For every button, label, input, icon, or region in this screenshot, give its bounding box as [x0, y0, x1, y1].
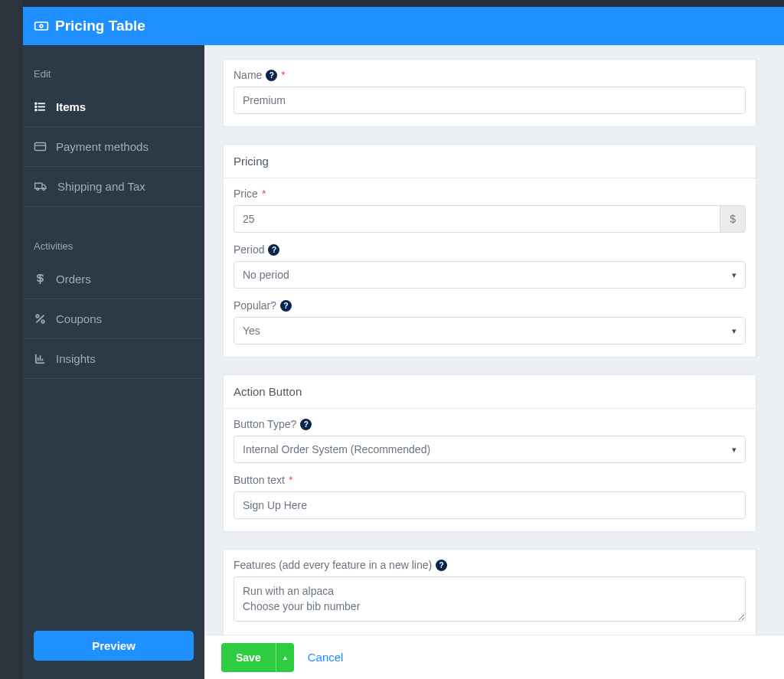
sidebar-item-insights[interactable]: Insights	[23, 339, 204, 379]
sidebar-section-edit: Edit	[23, 62, 204, 87]
period-label: Period ?	[234, 243, 746, 256]
button-type-label: Button Type? ?	[234, 418, 746, 430]
pricing-header: Pricing	[224, 145, 756, 178]
help-icon[interactable]: ?	[436, 560, 447, 571]
svg-rect-8	[34, 143, 45, 151]
sidebar-item-label: Orders	[56, 273, 91, 286]
card-pricing: Pricing Price * $ Peri	[223, 144, 756, 357]
price-input[interactable]	[234, 205, 720, 233]
sidebar: Edit Items Payment methods Shipping and …	[23, 45, 204, 679]
popular-label: Popular? ?	[234, 299, 746, 312]
save-button-group: Save ▴	[221, 643, 294, 672]
sidebar-item-shipping[interactable]: Shipping and Tax	[23, 167, 204, 207]
required-mark: *	[262, 188, 266, 200]
list-icon	[34, 100, 47, 113]
card-features: Features (add every feature in a new lin…	[223, 549, 756, 638]
sidebar-item-label: Insights	[56, 352, 96, 365]
preview-button[interactable]: Preview	[34, 631, 194, 661]
background-strip	[0, 0, 23, 679]
help-icon[interactable]: ?	[280, 300, 292, 312]
chart-icon	[34, 352, 47, 365]
features-textarea[interactable]: Run with an alpaca Choose your bib numbe…	[234, 576, 746, 622]
action-header: Action Button	[224, 375, 756, 409]
svg-point-5	[35, 103, 37, 104]
svg-line-13	[37, 315, 44, 323]
help-icon[interactable]: ?	[266, 70, 277, 81]
pricing-table-modal: Pricing Table Edit Items Payment methods…	[23, 7, 784, 679]
sidebar-item-coupons[interactable]: Coupons	[23, 299, 204, 339]
modal-title: Pricing Table	[55, 18, 145, 34]
pricing-icon	[34, 18, 49, 34]
svg-rect-0	[35, 22, 48, 30]
dollar-icon	[34, 273, 47, 286]
svg-point-7	[35, 109, 37, 111]
required-mark: *	[289, 474, 292, 486]
save-dropdown-button[interactable]: ▴	[276, 643, 294, 672]
sidebar-item-label: Items	[56, 100, 86, 113]
price-label: Price *	[234, 188, 746, 200]
truck-icon	[34, 180, 48, 193]
svg-point-6	[35, 106, 37, 108]
popular-select[interactable]: Yes	[234, 317, 746, 344]
currency-addon: $	[720, 205, 746, 233]
card-name: Name ? *	[223, 59, 756, 127]
required-mark: *	[281, 69, 285, 81]
sidebar-section-activities: Activities	[23, 234, 204, 260]
modal-header: Pricing Table	[23, 7, 784, 45]
save-button[interactable]: Save	[221, 643, 276, 672]
card-icon	[34, 140, 47, 153]
sidebar-item-label: Coupons	[56, 312, 102, 325]
cancel-button[interactable]: Cancel	[308, 651, 344, 664]
help-icon[interactable]: ?	[300, 419, 312, 430]
button-text-input[interactable]	[234, 491, 746, 519]
modal-body: Edit Items Payment methods Shipping and …	[23, 45, 784, 679]
name-label: Name ? *	[234, 69, 746, 81]
card-action-button: Action Button Button Type? ? Internal Or…	[223, 374, 756, 532]
percent-icon	[34, 312, 47, 325]
svg-point-14	[36, 315, 39, 318]
button-type-select[interactable]: Internal Order System (Recommended)	[234, 436, 746, 463]
content-area: Name ? * Pricing Price *	[204, 45, 784, 679]
modal-footer: Save ▴ Cancel	[204, 635, 784, 679]
sidebar-item-label: Payment methods	[56, 140, 149, 153]
svg-point-15	[41, 320, 44, 323]
period-select[interactable]: No period	[234, 261, 746, 289]
features-label: Features (add every feature in a new lin…	[234, 559, 746, 571]
sidebar-item-payment[interactable]: Payment methods	[23, 127, 204, 167]
help-icon[interactable]: ?	[268, 244, 279, 256]
sidebar-item-items[interactable]: Items	[23, 87, 204, 127]
svg-point-1	[40, 24, 43, 28]
sidebar-item-orders[interactable]: Orders	[23, 260, 204, 299]
sidebar-item-label: Shipping and Tax	[57, 180, 145, 193]
button-text-label: Button text *	[234, 474, 746, 486]
name-input[interactable]	[234, 87, 746, 114]
